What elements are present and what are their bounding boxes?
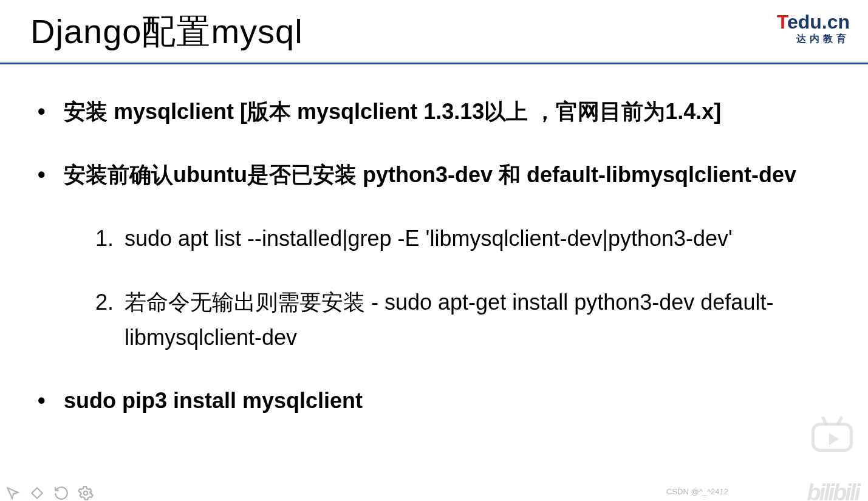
logo-letter-t: T: [777, 11, 787, 33]
replay-icon: [53, 485, 69, 501]
bilibili-tv-icon: [812, 423, 853, 455]
brand-logo: Tedu.cn 达内教育: [777, 9, 856, 46]
bilibili-text-icon: bilibili: [807, 480, 859, 501]
bullet-item: 安装 mysqlclient [版本 mysqlclient 1.3.13以上 …: [61, 95, 850, 129]
bullet-text: 安装前确认ubuntu是否已安装 python3-dev 和 default-l…: [64, 162, 796, 187]
item-number: 2.: [89, 285, 125, 355]
bottom-icon-row: [5, 485, 94, 501]
slide-header: Django配置mysql Tedu.cn 达内教育: [0, 0, 868, 55]
bullet-text: sudo pip3 install mysqlclient: [64, 388, 363, 413]
numbered-item: 1. sudo apt list --installed|grep -E 'li…: [89, 221, 850, 256]
numbered-item: 2. 若命令无输出则需要安装 - sudo apt-get install py…: [89, 285, 850, 355]
svg-point-0: [84, 491, 88, 496]
bullet-item: sudo pip3 install mysqlclient: [61, 384, 850, 418]
logo-main: Tedu.cn: [777, 12, 850, 32]
logo-subtitle: 达内教育: [777, 33, 850, 46]
tag-icon: [29, 485, 45, 501]
item-number: 1.: [89, 221, 125, 256]
item-text: 若命令无输出则需要安装 - sudo apt-get install pytho…: [125, 285, 850, 355]
numbered-list: 1. sudo apt list --installed|grep -E 'li…: [89, 221, 850, 355]
slide-title: Django配置mysql: [30, 9, 303, 55]
logo-rest: edu.cn: [787, 11, 850, 33]
slide-content: 安装 mysqlclient [版本 mysqlclient 1.3.13以上 …: [0, 64, 868, 418]
item-text: sudo apt list --installed|grep -E 'libmy…: [125, 221, 850, 256]
settings-icon: [78, 485, 94, 501]
csdn-watermark: CSDN @^_^2412: [666, 487, 728, 496]
cursor-icon: [5, 485, 21, 501]
bullet-text: 安装 mysqlclient [版本 mysqlclient 1.3.13以上 …: [64, 99, 721, 124]
bullet-item: 安装前确认ubuntu是否已安装 python3-dev 和 default-l…: [61, 158, 850, 355]
